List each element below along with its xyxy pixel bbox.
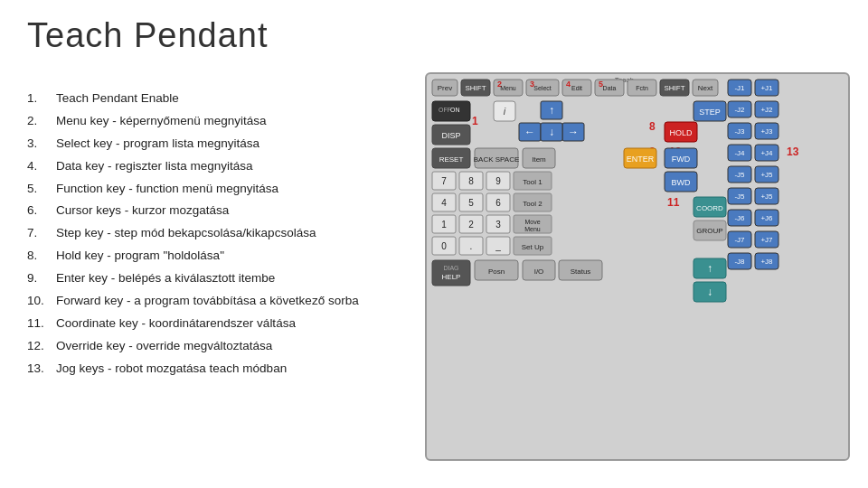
svg-text:Item: Item <box>532 155 546 164</box>
list-text: Function key - function menü megnyitása <box>56 181 416 198</box>
list-number: 8. <box>27 248 56 265</box>
svg-text:Tool 2: Tool 2 <box>523 200 542 208</box>
svg-text:Fctn: Fctn <box>636 85 648 91</box>
svg-text:5: 5 <box>468 198 474 208</box>
svg-text:-J3: -J3 <box>734 127 745 136</box>
svg-text:-J6: -J6 <box>734 214 745 222</box>
svg-text:-J5: -J5 <box>734 192 745 201</box>
svg-text:+J4: +J4 <box>760 149 773 157</box>
list-number: 10. <box>27 293 56 310</box>
svg-text:9: 9 <box>495 176 501 186</box>
svg-text:7: 7 <box>441 176 447 186</box>
list-item: 2.Menu key - képernyőmenü megnyitása <box>27 113 416 130</box>
list-item: 7.Step key - step mód bekapcsolása/kikap… <box>27 225 416 242</box>
svg-text:Status: Status <box>571 267 591 276</box>
pendant-svg: Prev SHIFT 2 Menu Teach 3 Select 4 Edit … <box>425 72 850 461</box>
svg-text:BWD: BWD <box>672 178 691 187</box>
list-item: 6.Cursor keys - kurzor mozgatása <box>27 202 416 220</box>
list-number: 11. <box>27 315 56 333</box>
svg-text:HOLD: HOLD <box>669 128 693 137</box>
svg-text:+J2: +J2 <box>760 106 773 114</box>
svg-text:13: 13 <box>787 145 799 158</box>
svg-text:11: 11 <box>667 196 680 209</box>
list-item: 12.Override key - override megváltoztatá… <box>27 338 416 355</box>
list-text: Step key - step mód bekapcsolása/kikapcs… <box>56 225 416 242</box>
svg-text:-J4: -J4 <box>734 149 745 157</box>
svg-text:0: 0 <box>441 241 447 251</box>
svg-text:SHIFT: SHIFT <box>465 84 486 92</box>
svg-text:OFF: OFF <box>439 107 451 113</box>
svg-text:4: 4 <box>441 198 447 208</box>
svg-text:→: → <box>568 126 579 138</box>
list-item: 4.Data key - regiszter lista megnyitása <box>27 158 416 175</box>
svg-text:Move: Move <box>524 219 540 225</box>
svg-text:BACK SPACE: BACK SPACE <box>474 155 520 164</box>
svg-text:+J8: +J8 <box>760 258 773 266</box>
svg-text:↓: ↓ <box>707 286 712 298</box>
svg-text:Data: Data <box>603 85 617 91</box>
list-text: Jog keys - robot mozgatása teach módban <box>56 361 416 378</box>
svg-text:+J5: +J5 <box>760 192 773 201</box>
list-item: 3.Select key - program lista megnyitása <box>27 136 416 153</box>
svg-text:_: _ <box>495 241 501 251</box>
svg-text:-J2: -J2 <box>734 106 745 114</box>
svg-text:6: 6 <box>495 198 501 208</box>
list-number: 13. <box>27 361 56 378</box>
svg-text:3: 3 <box>495 220 501 230</box>
list-number: 3. <box>27 136 56 153</box>
svg-text:+J6: +J6 <box>760 214 773 222</box>
svg-text:DISP: DISP <box>441 131 460 140</box>
svg-text:Menu: Menu <box>524 226 541 232</box>
list-text: Cursor keys - kurzor mozgatása <box>56 202 416 220</box>
svg-text:↓: ↓ <box>549 126 554 138</box>
list-item: 13.Jog keys - robot mozgatása teach módb… <box>27 361 416 378</box>
list-text: Data key - regiszter lista megnyitása <box>56 158 416 175</box>
svg-text:SHIFT: SHIFT <box>664 84 684 92</box>
list-number: 5. <box>27 181 56 198</box>
list-text: Select key - program lista megnyitása <box>56 136 416 153</box>
svg-text:↑: ↑ <box>707 262 712 275</box>
list-number: 9. <box>27 270 56 287</box>
svg-text:Edit: Edit <box>571 85 582 91</box>
list-number: 7. <box>27 225 56 242</box>
svg-text:HELP: HELP <box>442 273 461 281</box>
list-number: 1. <box>27 90 56 108</box>
svg-text:-J8: -J8 <box>734 258 745 266</box>
svg-text:Set Up: Set Up <box>522 243 544 251</box>
list-text: Teach Pendant Enable <box>56 90 416 108</box>
page-title: Teach Pendant <box>27 16 269 55</box>
svg-text:Tool 1: Tool 1 <box>523 178 542 186</box>
list-item: 8.Hold key - program "holdolása" <box>27 248 416 265</box>
svg-text:←: ← <box>524 126 535 138</box>
svg-text:1: 1 <box>472 115 478 127</box>
svg-text:RESET: RESET <box>439 155 464 164</box>
pendant-diagram: Prev SHIFT 2 Menu Teach 3 Select 4 Edit … <box>425 72 859 470</box>
svg-text:+J5: +J5 <box>760 171 773 179</box>
svg-text:ENTER: ENTER <box>627 155 655 164</box>
list-text: Enter key - belépés a kiválasztott itemb… <box>56 270 416 287</box>
list-item: 1.Teach Pendant Enable <box>27 90 416 108</box>
svg-text:+J3: +J3 <box>760 127 773 136</box>
svg-text:FWD: FWD <box>672 155 691 164</box>
list-text: Coordinate key - koordinátarendszer vált… <box>56 315 416 333</box>
svg-text:-J5: -J5 <box>734 171 745 179</box>
svg-text:Posn: Posn <box>488 267 505 276</box>
svg-text:↑: ↑ <box>549 104 554 117</box>
svg-text:+J7: +J7 <box>760 236 773 244</box>
svg-text:-J7: -J7 <box>734 236 745 244</box>
description-list: 1.Teach Pendant Enable2.Menu key - képer… <box>27 90 416 383</box>
svg-text:Menu: Menu <box>500 85 516 91</box>
list-item: 11.Coordinate key - koordinátarendszer v… <box>27 315 416 333</box>
list-number: 6. <box>27 202 56 220</box>
svg-text:ON: ON <box>450 107 460 113</box>
svg-text:.: . <box>470 241 473 251</box>
svg-text:COORD: COORD <box>696 204 723 212</box>
svg-text:STEP: STEP <box>699 108 721 117</box>
list-number: 12. <box>27 338 56 355</box>
svg-text:8: 8 <box>468 176 474 186</box>
list-item: 9.Enter key - belépés a kiválasztott ite… <box>27 270 416 287</box>
list-number: 4. <box>27 158 56 175</box>
svg-text:DIAG: DIAG <box>443 265 458 271</box>
list-item: 5.Function key - function menü megnyitás… <box>27 181 416 198</box>
svg-text:+J1: +J1 <box>760 84 773 92</box>
